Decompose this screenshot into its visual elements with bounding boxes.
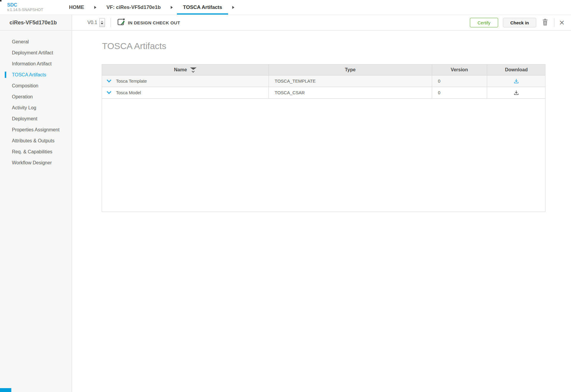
breadcrumb-arrow-icon bbox=[94, 6, 96, 9]
tosca-artifacts-table: Name Type Version Download bbox=[102, 64, 545, 212]
breadcrumb-tab-vf[interactable]: VF: ciRes-VF5d170e1b bbox=[101, 0, 167, 15]
download-button[interactable] bbox=[513, 78, 520, 84]
sidebar-item-deployment-artifact[interactable]: Deployment Artifact bbox=[0, 47, 72, 58]
sidebar-item-operation[interactable]: Operation bbox=[0, 91, 72, 102]
download-icon bbox=[513, 89, 520, 96]
corner-notch bbox=[0, 0, 1, 1]
version-label: V0.1 bbox=[87, 20, 97, 25]
lifecycle-state: IN DESIGN CHECK OUT bbox=[117, 18, 180, 27]
top-bar: SDC v.1.14.5-SNAPSHOT HOME VF: ciRes-VF5… bbox=[0, 0, 571, 15]
app-logo: SDC v.1.14.5-SNAPSHOT bbox=[7, 2, 45, 12]
sidebar-item-tosca-artifacts[interactable]: TOSCA Artifacts bbox=[0, 69, 72, 80]
sidebar-item-properties-assignment[interactable]: Properties Assignment bbox=[0, 124, 72, 135]
table-header-row: Name Type Version Download bbox=[102, 64, 545, 75]
sort-icon bbox=[190, 67, 197, 72]
column-header-name-label: Name bbox=[174, 67, 187, 73]
download-button[interactable] bbox=[513, 89, 520, 96]
artifact-name: Tosca Template bbox=[116, 78, 147, 84]
breadcrumb-tab-tosca-artifacts[interactable]: TOSCA Artifacts bbox=[177, 0, 228, 15]
breadcrumb-tab-home[interactable]: HOME bbox=[63, 0, 90, 15]
resource-title: ciRes-VF5d170e1b bbox=[0, 15, 72, 30]
spinner-down-icon bbox=[101, 23, 103, 24]
app-name: SDC bbox=[7, 2, 45, 8]
table-row: Tosca Model TOSCA_CSAR 0 bbox=[102, 87, 545, 98]
trash-icon bbox=[542, 18, 549, 27]
delete-button[interactable] bbox=[542, 18, 549, 27]
toolbar-divider bbox=[111, 18, 111, 27]
column-header-version[interactable]: Version bbox=[432, 64, 487, 75]
sidebar-item-deployment[interactable]: Deployment bbox=[0, 113, 72, 124]
page-title: TOSCA Artifacts bbox=[102, 41, 166, 51]
sidebar-item-composition[interactable]: Composition bbox=[0, 80, 72, 91]
lifecycle-state-label: IN DESIGN CHECK OUT bbox=[128, 20, 180, 25]
sidebar-item-workflow-designer[interactable]: Workflow Designer bbox=[0, 157, 72, 168]
version-selector: V0.1 bbox=[87, 18, 105, 27]
column-header-download[interactable]: Download bbox=[487, 64, 545, 75]
breadcrumb-arrow-icon bbox=[232, 6, 234, 9]
checkout-edit-icon bbox=[117, 18, 125, 27]
main-content: TOSCA Artifacts Name Type bbox=[72, 31, 571, 392]
breadcrumb-arrow-icon bbox=[171, 6, 173, 9]
artifact-type: TOSCA_CSAR bbox=[269, 87, 432, 98]
certify-button[interactable]: Certify bbox=[470, 18, 498, 27]
expand-chevron-icon[interactable] bbox=[107, 89, 112, 94]
expand-chevron-icon[interactable] bbox=[107, 78, 112, 83]
sidebar-nav: General Deployment Artifact Information … bbox=[0, 31, 72, 392]
artifact-type: TOSCA_TEMPLATE bbox=[269, 75, 432, 87]
sidebar-item-information-artifact[interactable]: Information Artifact bbox=[0, 58, 72, 69]
close-button[interactable]: × bbox=[559, 18, 564, 27]
breadcrumb: HOME VF: ciRes-VF5d170e1b TOSCA Artifact… bbox=[63, 0, 239, 15]
app-version: v.1.14.5-SNAPSHOT bbox=[7, 8, 45, 12]
close-icon: × bbox=[559, 18, 564, 27]
sidebar-item-req-capabilities[interactable]: Req. & Capabilities bbox=[0, 146, 72, 157]
toolbar-divider bbox=[554, 18, 554, 27]
artifact-version: 0 bbox=[432, 75, 487, 87]
sidebar-item-activity-log[interactable]: Activity Log bbox=[0, 102, 72, 113]
download-icon bbox=[513, 78, 520, 84]
sidebar-item-attributes-outputs[interactable]: Attributes & Outputs bbox=[0, 135, 72, 146]
checkin-button[interactable]: Check in bbox=[503, 18, 537, 27]
column-header-type[interactable]: Type bbox=[269, 64, 432, 75]
artifact-version: 0 bbox=[432, 87, 487, 98]
table-row: Tosca Template TOSCA_TEMPLATE 0 bbox=[102, 75, 545, 87]
artifact-name: Tosca Model bbox=[116, 90, 141, 95]
workspace-toolbar: ciRes-VF5d170e1b V0.1 IN DESIGN CHECK OU… bbox=[0, 15, 571, 31]
column-header-name[interactable]: Name bbox=[102, 64, 269, 75]
version-dropdown[interactable] bbox=[99, 18, 105, 27]
sidebar-item-general[interactable]: General bbox=[0, 36, 72, 47]
spinner-up-icon bbox=[101, 21, 103, 22]
bottom-left-badge bbox=[0, 388, 11, 392]
toolbar-actions: Certify Check in × bbox=[470, 18, 567, 27]
